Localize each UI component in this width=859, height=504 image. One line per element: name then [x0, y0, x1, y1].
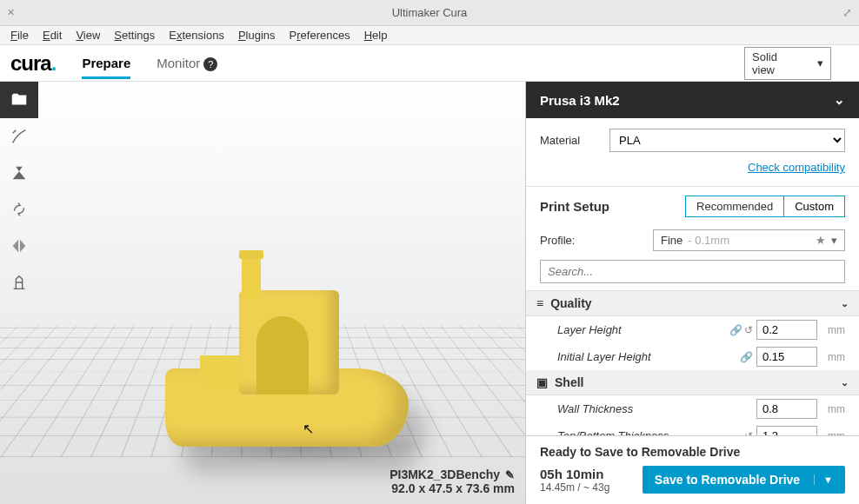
mirror-icon — [10, 236, 29, 255]
profile-row: Profile: Fine - 0.1mm ★ ▾ — [526, 226, 859, 260]
ready-status: Ready to Save to Removable Drive — [540, 445, 845, 459]
menu-extensions[interactable]: Extensions — [162, 27, 231, 43]
setting-wall-thickness: Wall Thickness mm — [526, 395, 859, 422]
tab-prepare[interactable]: Prepare — [82, 49, 130, 77]
reset-icon[interactable]: ↺ — [744, 324, 753, 336]
mesh-icon — [10, 273, 29, 292]
setup-mode-toggle: Recommended Custom — [685, 196, 845, 217]
custom-button[interactable]: Custom — [784, 196, 844, 216]
window-close-icon[interactable]: ✕ — [7, 7, 15, 18]
printer-select[interactable]: Prusa i3 Mk2 ⌄ — [526, 82, 859, 118]
profile-select[interactable]: Fine - 0.1mm ★ ▾ — [653, 229, 845, 251]
profile-label: Profile: — [540, 234, 644, 247]
object-info: PI3MK2_3DBenchy✎ 92.0 x 47.5 x 73.6 mm — [390, 468, 515, 495]
move-icon — [10, 127, 29, 146]
setting-layer-height: Layer Height 🔗↺ mm — [526, 316, 859, 343]
move-tool[interactable] — [0, 118, 38, 155]
scale-tool[interactable] — [0, 155, 38, 191]
initial-layer-height-input[interactable] — [756, 347, 817, 367]
layer-height-input[interactable] — [756, 320, 817, 340]
menu-view[interactable]: View — [69, 27, 107, 43]
menu-plugins[interactable]: Plugins — [231, 27, 283, 43]
chevron-down-icon: ▾ — [817, 56, 823, 70]
open-file-button[interactable] — [0, 82, 38, 118]
profile-hint: - 0.1mm — [688, 234, 729, 247]
menu-help[interactable]: Help — [357, 27, 395, 43]
save-button[interactable]: Save to Removable Drive ▼ — [643, 466, 845, 494]
printer-name: Prusa i3 Mk2 — [540, 93, 620, 108]
menubar: File Edit View Settings Extensions Plugi… — [0, 26, 859, 45]
settings-panel: Prusa i3 Mk2 ⌄ Material PLA Check compat… — [525, 82, 859, 504]
search-input[interactable] — [540, 260, 845, 283]
toolbox — [0, 82, 38, 301]
topbar: cura. Prepare Monitor? Solid view ▾ — [0, 45, 859, 82]
window-title: Ultimaker Cura — [0, 6, 859, 19]
rotate-tool[interactable] — [0, 191, 38, 228]
setting-top-bottom-thickness: Top/Bottom Thickness ↺ mm — [526, 422, 859, 435]
rotate-icon — [10, 200, 29, 219]
pencil-icon[interactable]: ✎ — [505, 468, 515, 481]
print-setup-row: Print Setup Recommended Custom — [526, 186, 859, 226]
top-bottom-thickness-input[interactable] — [756, 426, 817, 435]
chevron-down-icon: ▾ — [831, 234, 837, 247]
material-label: Material — [540, 134, 592, 147]
output-section: Ready to Save to Removable Drive 05h 10m… — [526, 435, 859, 504]
viewmode-select[interactable]: Solid view ▾ — [744, 47, 831, 80]
wall-thickness-input[interactable] — [756, 399, 817, 419]
menu-file[interactable]: File — [3, 27, 36, 43]
check-compatibility-link[interactable]: Check compatibility — [748, 161, 845, 174]
print-setup-label: Print Setup — [540, 199, 676, 214]
3d-viewport[interactable]: ↖ PI3MK2_3DBenchy✎ 92.0 x 47.5 x 73.6 mm — [0, 82, 525, 504]
star-icon: ★ — [816, 234, 826, 247]
app-logo: cura. — [10, 51, 56, 76]
recommended-button[interactable]: Recommended — [686, 196, 784, 216]
window-expand-icon[interactable]: ⤢ — [842, 6, 852, 19]
object-name: PI3MK2_3DBenchy — [390, 468, 500, 481]
material-select[interactable]: PLA — [609, 129, 845, 152]
menu-settings[interactable]: Settings — [107, 27, 162, 43]
3d-model[interactable] — [165, 255, 409, 455]
object-dimensions: 92.0 x 47.5 x 73.6 mm — [390, 481, 515, 495]
menu-edit[interactable]: Edit — [36, 27, 69, 43]
category-shell[interactable]: ▣ Shell ⌄ — [526, 370, 859, 395]
main-tabs: Prepare Monitor? — [82, 49, 217, 78]
shell-icon: ▣ — [536, 375, 548, 389]
titlebar: ✕ Ultimaker Cura ⤢ — [0, 0, 859, 26]
category-quality[interactable]: ≡ Quality ⌄ — [526, 291, 859, 316]
folder-open-icon — [10, 90, 29, 109]
viewmode-label: Solid view — [752, 50, 800, 76]
tab-monitor[interactable]: Monitor? — [156, 49, 217, 78]
persettings-tool[interactable] — [0, 264, 38, 301]
scale-icon — [10, 163, 29, 182]
profile-value: Fine — [661, 234, 683, 247]
chevron-down-icon[interactable]: ▼ — [814, 474, 833, 485]
help-icon: ? — [203, 57, 217, 71]
menu-preferences[interactable]: Preferences — [283, 27, 357, 43]
settings-list[interactable]: ≡ Quality ⌄ Layer Height 🔗↺ mm Initial L… — [526, 290, 859, 435]
material-row: Material PLA — [526, 118, 859, 156]
link-icon[interactable]: 🔗 — [740, 351, 753, 363]
layers-icon: ≡ — [536, 296, 543, 310]
chevron-down-icon: ⌄ — [834, 92, 845, 108]
chevron-down-icon: ⌄ — [841, 377, 849, 388]
link-icon[interactable]: 🔗 — [729, 324, 742, 336]
chevron-down-icon: ⌄ — [841, 298, 849, 309]
setting-initial-layer-height: Initial Layer Height 🔗 mm — [526, 343, 859, 370]
mirror-tool[interactable] — [0, 228, 38, 264]
time-estimate: 05h 10min 14.45m / ~ 43g — [540, 467, 609, 494]
